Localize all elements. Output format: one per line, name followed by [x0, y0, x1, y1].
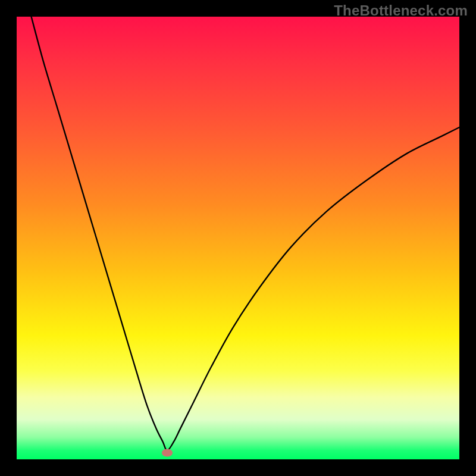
watermark-text: TheBottleneck.com	[334, 2, 468, 19]
optimal-point-marker	[162, 449, 173, 456]
plot-area	[17, 17, 459, 459]
chart-frame: TheBottleneck.com	[0, 0, 476, 476]
bottleneck-curve	[32, 17, 459, 450]
curve-layer	[17, 17, 459, 459]
